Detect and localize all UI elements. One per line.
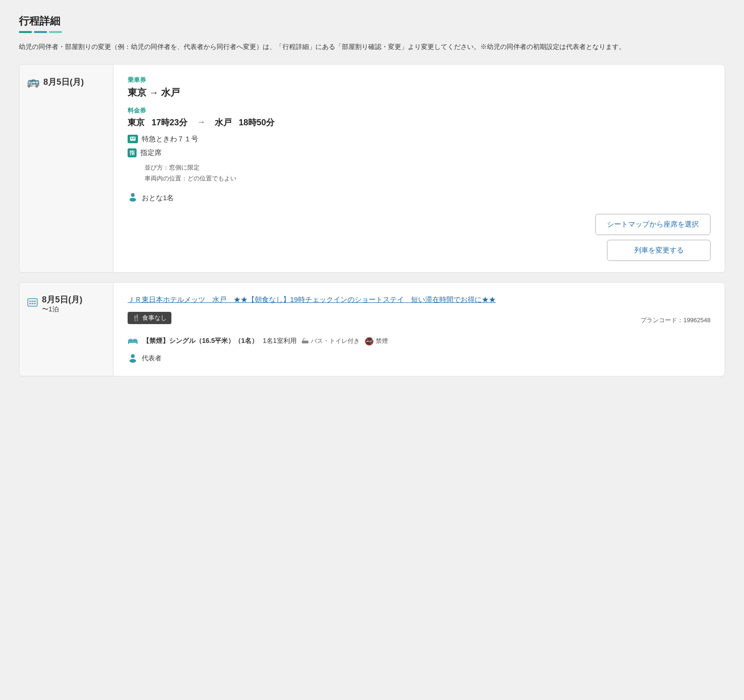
button-group: シートマップから座席を選択 列車を変更する (128, 214, 711, 261)
bath-amenity: バス・トイレ付き (301, 337, 360, 345)
seat-info: 指 指定席 (128, 148, 711, 157)
departure-time: 17時23分 (152, 118, 187, 127)
svg-rect-15 (137, 342, 137, 344)
nosmoking-amenity: 🚭 禁煙 (364, 337, 388, 346)
hotel-date-row: 8月5日(月) 〜1泊 (27, 294, 82, 314)
arrival-station: 水戸 (215, 118, 232, 127)
hotel-card-left: 8月5日(月) 〜1泊 (19, 283, 113, 376)
ticket-label: 乗車券 (128, 76, 711, 84)
page-title: 行程詳細 (19, 14, 725, 28)
arrow-icon: → (197, 117, 205, 127)
hotel-card: 8月5日(月) 〜1泊 ＪＲ東日本ホテルメッツ 水戸 ★★【朝食なし】19時チェ… (19, 282, 725, 376)
svg-rect-17 (133, 339, 137, 341)
train-date: 8月5日(月) (43, 76, 84, 88)
train-date-row: 🚌 8月5日(月) (27, 76, 84, 88)
arrival-time: 18時50分 (239, 118, 275, 127)
plan-code-value: 19962548 (683, 317, 711, 324)
seat-details: 並び方：窓側に限定 車両内の位置：どの位置でもよい (145, 162, 711, 184)
bath-label: バス・トイレ付き (311, 337, 360, 345)
route-title: 東京 → 水戸 (128, 86, 711, 99)
representative-row: 代表者 (128, 353, 711, 365)
time-row: 東京 17時23分 → 水戸 18時50分 (128, 117, 711, 128)
passenger-row: おとな1名 (128, 192, 711, 204)
svg-rect-11 (32, 303, 33, 304)
room-usage: 1名1室利用 (263, 337, 297, 345)
hotel-name-link[interactable]: ＪＲ東日本ホテルメッツ 水戸 ★★【朝食なし】19時チェックインのショートステイ… (128, 294, 711, 305)
seat-detail-1: 並び方：窓側に限定 (145, 162, 711, 173)
train-icon: 🚌 (27, 76, 40, 88)
svg-point-5 (129, 198, 136, 202)
train-card-left: 🚌 8月5日(月) (19, 65, 113, 272)
svg-point-4 (131, 193, 135, 197)
train-badge (128, 135, 138, 143)
departure: 東京 17時23分 (128, 117, 187, 128)
svg-rect-1 (131, 138, 132, 138)
fee-label: 料金券 (128, 106, 711, 115)
plan-code-label: プランコード： (640, 317, 683, 324)
svg-rect-9 (34, 301, 36, 302)
rep-person-icon (128, 353, 138, 365)
train-card-right: 乗車券 東京 → 水戸 料金券 東京 17時23分 → 水戸 18時50分 (113, 65, 725, 272)
nosmoking-label: 禁煙 (376, 337, 388, 345)
svg-rect-0 (130, 137, 136, 141)
title-underline (19, 31, 725, 33)
svg-rect-6 (28, 299, 37, 306)
nosmoking-icon: 🚭 (364, 337, 374, 346)
hotel-icon (27, 297, 38, 311)
train-badge-icon (129, 136, 136, 142)
hotel-date-sub: 〜1泊 (42, 305, 82, 314)
train-name: 特急ときわ７１号 (142, 135, 198, 144)
svg-rect-16 (129, 339, 132, 341)
representative-label: 代表者 (142, 354, 162, 363)
bed-icon (128, 336, 138, 346)
svg-rect-14 (128, 342, 129, 344)
seat-badge: 指 (128, 148, 137, 157)
hotel-card-right: ＪＲ東日本ホテルメッツ 水戸 ★★【朝食なし】19時チェックインのショートステイ… (113, 283, 725, 376)
hotel-date: 8月5日(月) (42, 294, 82, 305)
passenger-label: おとな1名 (142, 194, 174, 203)
seat-detail-2: 車両内の位置：どの位置でもよい (145, 173, 711, 184)
train-info: 特急ときわ７１号 (128, 135, 711, 144)
person-icon (128, 192, 138, 204)
description-text: 幼児の同伴者・部屋割りの変更（例：幼児の同伴者を、代表者から同行者へ変更）は、「… (19, 41, 725, 53)
svg-point-20 (129, 359, 136, 363)
svg-rect-3 (131, 139, 135, 139)
departure-station: 東京 (128, 118, 145, 127)
svg-point-19 (131, 354, 135, 358)
meal-badge: 🍴 食事なし (128, 312, 171, 324)
svg-rect-18 (302, 341, 308, 343)
arrival: 水戸 18時50分 (215, 117, 275, 128)
meal-label: 食事なし (142, 314, 167, 322)
plan-code: プランコード：19962548 (640, 316, 711, 325)
seat-type: 指定席 (140, 148, 162, 157)
svg-rect-12 (34, 303, 36, 304)
room-row: 【禁煙】シングル（16.5平米）（1名） 1名1室利用 バス・トイレ付き 🚭 禁… (128, 336, 711, 346)
svg-rect-8 (32, 301, 33, 302)
svg-rect-10 (29, 303, 31, 304)
seat-map-button[interactable]: シートマップから座席を選択 (595, 214, 711, 235)
fork-icon: 🍴 (132, 314, 140, 321)
svg-rect-2 (133, 138, 135, 138)
svg-rect-7 (29, 301, 31, 302)
change-train-button[interactable]: 列車を変更する (607, 240, 711, 261)
room-type: 【禁煙】シングル（16.5平米）（1名） (143, 337, 258, 345)
train-card: 🚌 8月5日(月) 乗車券 東京 → 水戸 料金券 東京 17時23分 → 水戸… (19, 64, 725, 273)
